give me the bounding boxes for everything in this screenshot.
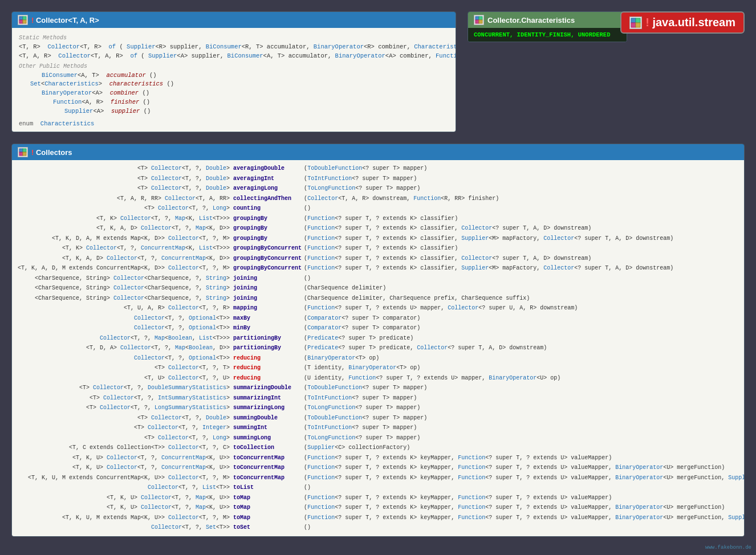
- collectors-card: ! Collectors <T> Collector<T, ?, Double>…: [11, 144, 745, 537]
- char-values: CONCURRENT, IDENTITY_FINISH, UNORDERED: [474, 31, 621, 38]
- method-name-cell[interactable]: partitioningBy: [232, 333, 303, 344]
- method-params-cell: (Function<? super T, ? extends K> classi…: [303, 234, 744, 244]
- method-name-cell[interactable]: toSet: [232, 523, 303, 533]
- method-name-cell[interactable]: counting: [232, 203, 303, 214]
- method-name-cell[interactable]: toMap: [232, 503, 303, 513]
- method-name-cell[interactable]: toCollection: [232, 443, 303, 453]
- static-method-2: <T, A, R> Collector<T, A, R> of ( Suppli…: [19, 52, 449, 61]
- svg-rect-0: [19, 17, 23, 20]
- method-name-cell[interactable]: joining: [232, 283, 303, 293]
- method-name-cell[interactable]: summarizingDouble: [232, 383, 303, 393]
- table-row: <CharSequence, String> Collector<CharSeq…: [17, 274, 744, 284]
- svg-rect-11: [636, 23, 640, 27]
- characteristics-body: CONCURRENT, IDENTITY_FINISH, UNORDERED: [468, 28, 627, 42]
- method-name-cell[interactable]: joining: [232, 293, 303, 304]
- svg-rect-8: [631, 18, 636, 23]
- table-row: Collector<T, ?, Set<T>>toSet(): [17, 523, 744, 533]
- method-params-cell: (Function<? super T, ? extends K> classi…: [303, 243, 744, 254]
- table-row: <T, C extends Collection<T>> Collector<T…: [17, 443, 744, 453]
- static-section-label: Static Methods: [19, 35, 449, 41]
- method-params-cell: (Supplier<C> collectionFactory): [303, 443, 744, 453]
- table-row: <T, K, U> Collector<T, ?, ConcurrentMap<…: [17, 463, 744, 473]
- method-combiner: BinaryOperator<A> combiner (): [19, 89, 449, 98]
- method-name-cell[interactable]: collectingAndThen: [232, 194, 303, 204]
- characteristics-header: Collector.Characteristics: [468, 12, 627, 28]
- method-name-cell[interactable]: mapping: [232, 303, 303, 313]
- svg-rect-3: [23, 20, 26, 23]
- collector-body: Static Methods <T, R> Collector<T, R> of…: [12, 28, 456, 132]
- method-name-cell[interactable]: summingInt: [232, 423, 303, 433]
- method-finisher: Function<A, R> finisher (): [19, 98, 449, 107]
- method-params-cell: (Function<? super T, ? extends K> classi…: [303, 254, 744, 264]
- method-name-cell[interactable]: groupingBy: [232, 234, 303, 244]
- table-row: <T> Collector<T, ?, IntSummaryStatistics…: [17, 393, 744, 403]
- stream-badge-icon: [629, 17, 642, 29]
- top-section: ! Collector<T, A, R> Static Methods <T, …: [11, 11, 745, 132]
- table-row: <T, A, R, RR> Collector<T, A, RR>collect…: [17, 194, 744, 204]
- method-params-cell: (Function<? super T, ? extends K> classi…: [303, 263, 744, 274]
- collector-title: ! Collector<T, A, R>: [31, 16, 99, 25]
- table-row: <T, U> Collector<T, ?, U>reducing(U iden…: [17, 373, 744, 383]
- method-params-cell: (Function<? super T, ? extends K> keyMap…: [303, 453, 744, 463]
- method-name-cell[interactable]: toList: [232, 483, 303, 493]
- svg-rect-14: [19, 152, 23, 156]
- enum-section: enum Characteristics: [19, 120, 449, 127]
- method-name-cell[interactable]: reducing: [232, 353, 303, 364]
- method-name-cell[interactable]: toConcurrentMap: [232, 463, 303, 473]
- method-name-cell[interactable]: toMap: [232, 493, 303, 503]
- method-params-cell: (U identity, Function<? super T, ? exten…: [303, 373, 744, 383]
- svg-rect-15: [23, 152, 26, 156]
- method-name-cell[interactable]: summarizingInt: [232, 393, 303, 403]
- collectors-table: <T> Collector<T, ?, Double>averagingDoub…: [17, 164, 744, 533]
- method-name-cell[interactable]: averagingInt: [232, 174, 303, 184]
- method-name-cell[interactable]: reducing: [232, 373, 303, 383]
- svg-rect-4: [475, 17, 479, 20]
- method-name-cell[interactable]: toConcurrentMap: [232, 453, 303, 463]
- table-row: <T, D, A> Collector<T, ?, Map<Boolean, D…: [17, 343, 744, 353]
- table-row: <T> Collector<T, ?, Long>summingLong(ToL…: [17, 433, 744, 443]
- method-params-cell: (T identity, BinaryOperator<T> op): [303, 363, 744, 373]
- method-supplier: Supplier<A> supplier (): [19, 107, 449, 116]
- method-name-cell[interactable]: averagingDouble: [232, 164, 303, 174]
- table-row: <T> Collector<T, ?, Double>averagingInt(…: [17, 174, 744, 184]
- method-params-cell: (Function<? super T, ? extends K> keyMap…: [303, 473, 744, 483]
- table-row: <T> Collector<T, ?, Double>summingDouble…: [17, 413, 744, 423]
- method-params-cell: (Function<? super T, ? extends K> keyMap…: [303, 503, 744, 513]
- method-name-cell[interactable]: summingDouble: [232, 413, 303, 423]
- method-name-cell[interactable]: groupingByConcurrent: [232, 243, 303, 254]
- method-params-cell: (ToLongFunction<? super T> mapper): [303, 433, 744, 443]
- method-name-cell[interactable]: maxBy: [232, 313, 303, 324]
- table-row: <T> Collector<T, ?, Integer>summingInt(T…: [17, 423, 744, 433]
- table-row: <T, U, A, R> Collector<T, ?, R>mapping(F…: [17, 303, 744, 313]
- table-row: <T> Collector<T, ?, Double>averagingDoub…: [17, 164, 744, 174]
- method-name-cell[interactable]: groupingByConcurrent: [232, 263, 303, 274]
- method-name-cell[interactable]: groupingBy: [232, 214, 303, 224]
- collectors-body: <T> Collector<T, ?, Double>averagingDoub…: [12, 160, 744, 536]
- method-params-cell: (): [303, 203, 744, 214]
- method-name-cell[interactable]: joining: [232, 274, 303, 284]
- table-row: <T, K> Collector<T, ?, ConcurrentMap<K, …: [17, 243, 744, 254]
- method-name-cell[interactable]: groupingByConcurrent: [232, 254, 303, 264]
- method-name-cell[interactable]: groupingBy: [232, 223, 303, 234]
- method-accumulator: BiConsumer<A, T> accumulator (): [19, 71, 449, 80]
- characteristics-title: Collector.Characteristics: [487, 16, 575, 25]
- method-name-cell[interactable]: summingLong: [232, 433, 303, 443]
- main-container: ! Collector<T, A, R> Static Methods <T, …: [11, 11, 745, 537]
- method-name-cell[interactable]: summarizingLong: [232, 403, 303, 413]
- other-section-label: Other Public Methods: [19, 63, 449, 70]
- method-params-cell: (Comparator<? super T> comparator): [303, 313, 744, 324]
- svg-rect-2: [19, 20, 23, 23]
- method-name-cell[interactable]: partitioningBy: [232, 343, 303, 353]
- method-name-cell[interactable]: toMap: [232, 513, 303, 523]
- method-name-cell[interactable]: minBy: [232, 323, 303, 333]
- characteristics-link[interactable]: Characteristics: [40, 120, 95, 127]
- table-row: Collector<T, ?, List<T>>toList(): [17, 483, 744, 493]
- method-name-cell[interactable]: toConcurrentMap: [232, 473, 303, 483]
- method-name-cell[interactable]: averagingLong: [232, 183, 303, 194]
- method-name-cell[interactable]: reducing: [232, 363, 303, 373]
- method-params-cell: (BinaryOperator<T> op): [303, 353, 744, 364]
- table-row: Collector<T, ?, Map<Boolean, List<T>>>pa…: [17, 333, 744, 344]
- svg-rect-13: [23, 149, 26, 152]
- method-params-cell: (CharSequence delimiter): [303, 283, 744, 293]
- method-params-cell: (Function<? super T, ? extends K> keyMap…: [303, 463, 744, 473]
